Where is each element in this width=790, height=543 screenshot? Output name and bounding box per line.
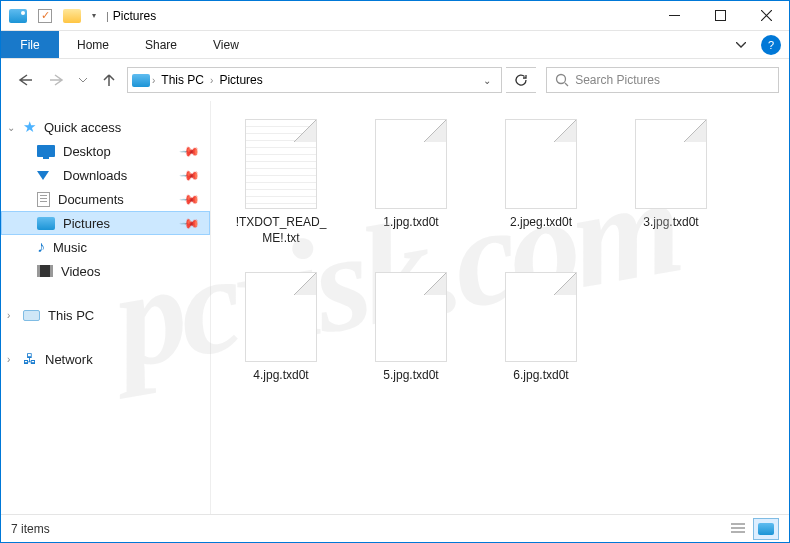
forward-arrow-icon: [49, 74, 65, 86]
sidebar-item-label: Documents: [58, 192, 124, 207]
title-bar: ✓ ▾ | Pictures: [1, 1, 789, 31]
svg-point-2: [557, 75, 566, 84]
pin-icon: 📌: [179, 164, 201, 186]
details-view-icon: [731, 523, 745, 535]
address-bar[interactable]: › This PC › Pictures ⌄: [127, 67, 502, 93]
back-arrow-icon: [17, 74, 33, 86]
sidebar-item-label: This PC: [48, 308, 94, 323]
large-icons-view-button[interactable]: [753, 518, 779, 540]
chevron-down-icon: ⌄: [7, 122, 15, 133]
videos-icon: [37, 265, 53, 277]
file-name: 6.jpg.txd0t: [491, 368, 591, 384]
file-item[interactable]: !TXDOT_READ_ME!.txt: [231, 119, 331, 246]
pin-icon: 📌: [179, 188, 201, 210]
svg-rect-1: [715, 11, 725, 21]
file-tab[interactable]: File: [1, 31, 59, 58]
explorer-app-icon[interactable]: [5, 3, 31, 29]
sidebar-item-label: Pictures: [63, 216, 110, 231]
chevron-down-icon: [79, 78, 87, 83]
main-area: ⌄ ★ Quick access Desktop 📌 Downloads 📌 D…: [1, 101, 789, 514]
file-thumbnail: [245, 272, 317, 362]
sidebar-item-label: Downloads: [63, 168, 127, 183]
downloads-icon: [37, 168, 55, 182]
close-button[interactable]: [743, 1, 789, 30]
status-bar: 7 items: [1, 514, 789, 542]
refresh-icon: [514, 73, 528, 87]
breadcrumb-separator: ›: [210, 75, 213, 86]
item-count: 7 items: [11, 522, 50, 536]
maximize-button[interactable]: [697, 1, 743, 30]
search-icon: [555, 73, 569, 87]
file-list[interactable]: !TXDOT_READ_ME!.txt1.jpg.txd0t2.jpeg.txd…: [211, 101, 789, 514]
chevron-right-icon: ›: [7, 310, 10, 321]
breadcrumb-pictures[interactable]: Pictures: [215, 73, 266, 87]
file-name: 4.jpg.txd0t: [231, 368, 331, 384]
desktop-icon: [37, 145, 55, 157]
file-thumbnail: [505, 272, 577, 362]
tab-share[interactable]: Share: [127, 31, 195, 58]
pictures-location-icon: [132, 74, 150, 87]
sidebar-item-label: Desktop: [63, 144, 111, 159]
this-pc-icon: [23, 310, 40, 321]
file-item[interactable]: 1.jpg.txd0t: [361, 119, 461, 246]
network-icon: 🖧: [23, 351, 37, 367]
search-box[interactable]: Search Pictures: [546, 67, 779, 93]
qat-new-folder-icon[interactable]: [59, 3, 85, 29]
up-button[interactable]: [95, 66, 123, 94]
forward-button[interactable]: [43, 66, 71, 94]
sidebar-quick-access[interactable]: ⌄ ★ Quick access: [1, 115, 210, 139]
navigation-bar: › This PC › Pictures ⌄ Search Pictures: [1, 59, 789, 101]
documents-icon: [37, 192, 50, 207]
file-thumbnail: [245, 119, 317, 209]
refresh-button[interactable]: [506, 67, 536, 93]
file-thumbnail: [635, 119, 707, 209]
sidebar-item-label: Videos: [61, 264, 101, 279]
minimize-button[interactable]: [651, 1, 697, 30]
sidebar-item-videos[interactable]: Videos: [1, 259, 210, 283]
sidebar-item-desktop[interactable]: Desktop 📌: [1, 139, 210, 163]
recent-locations-dropdown[interactable]: [75, 66, 91, 94]
file-item[interactable]: 6.jpg.txd0t: [491, 272, 591, 384]
file-item[interactable]: 5.jpg.txd0t: [361, 272, 461, 384]
sidebar-item-label: Network: [45, 352, 93, 367]
ribbon: File Home Share View ?: [1, 31, 789, 59]
ribbon-collapse-button[interactable]: [725, 31, 757, 58]
search-placeholder: Search Pictures: [575, 73, 660, 87]
qat-customize-dropdown[interactable]: ▾: [86, 11, 102, 20]
sidebar-this-pc[interactable]: › This PC: [1, 303, 210, 327]
file-item[interactable]: 2.jpeg.txd0t: [491, 119, 591, 246]
window-title: Pictures: [113, 9, 156, 23]
file-item[interactable]: 4.jpg.txd0t: [231, 272, 331, 384]
pictures-icon: [37, 217, 55, 230]
tab-home[interactable]: Home: [59, 31, 127, 58]
breadcrumb-separator: ›: [152, 75, 155, 86]
chevron-down-icon: [736, 42, 746, 48]
sidebar-item-label: Music: [53, 240, 87, 255]
sidebar-network[interactable]: › 🖧 Network: [1, 347, 210, 371]
sidebar-item-documents[interactable]: Documents 📌: [1, 187, 210, 211]
svg-rect-0: [669, 15, 680, 16]
music-icon: ♪: [37, 238, 45, 256]
file-name: 5.jpg.txd0t: [361, 368, 461, 384]
back-button[interactable]: [11, 66, 39, 94]
pin-icon: 📌: [179, 212, 201, 234]
chevron-right-icon: ›: [7, 354, 10, 365]
file-name: !TXDOT_READ_ME!.txt: [231, 215, 331, 246]
address-history-dropdown[interactable]: ⌄: [477, 75, 497, 86]
details-view-button[interactable]: [725, 518, 751, 540]
file-thumbnail: [505, 119, 577, 209]
qat-properties-icon[interactable]: ✓: [32, 3, 58, 29]
tab-view[interactable]: View: [195, 31, 257, 58]
sidebar-item-pictures[interactable]: Pictures 📌: [1, 211, 210, 235]
file-item[interactable]: 3.jpg.txd0t: [621, 119, 721, 246]
pin-icon: 📌: [179, 140, 201, 162]
breadcrumb-this-pc[interactable]: This PC: [157, 73, 208, 87]
file-name: 3.jpg.txd0t: [621, 215, 721, 231]
help-button[interactable]: ?: [761, 35, 781, 55]
star-icon: ★: [23, 118, 36, 136]
file-name: 2.jpeg.txd0t: [491, 215, 591, 231]
sidebar-item-music[interactable]: ♪ Music: [1, 235, 210, 259]
file-name: 1.jpg.txd0t: [361, 215, 461, 231]
title-separator: |: [106, 10, 109, 22]
sidebar-item-downloads[interactable]: Downloads 📌: [1, 163, 210, 187]
